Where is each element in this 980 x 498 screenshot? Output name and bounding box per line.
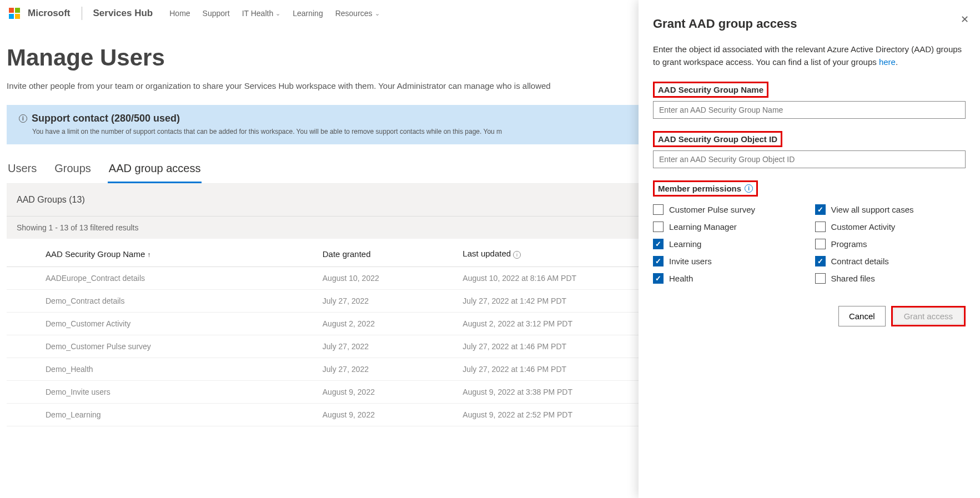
microsoft-logo-icon (9, 8, 20, 19)
cell-name: Demo_Health (7, 358, 317, 381)
grant-access-panel: ✕ Grant AAD group access Enter the objec… (639, 0, 980, 498)
group-id-input[interactable] (653, 150, 966, 168)
info-icon[interactable]: i (513, 251, 521, 259)
close-button[interactable]: ✕ (961, 13, 969, 26)
chevron-down-icon: ⌄ (375, 10, 380, 17)
permission-label: Shared files (831, 274, 875, 283)
permission-label: Invite users (669, 256, 712, 266)
permission-label: Learning Manager (669, 222, 737, 232)
permission-item: Customer Activity (815, 222, 966, 232)
cancel-button[interactable]: Cancel (838, 306, 886, 326)
permission-item: Customer Pulse survey (653, 204, 804, 215)
cell-name: Demo_Learning (7, 404, 317, 426)
permission-label: Programs (831, 239, 867, 249)
permissions-grid: Customer Pulse surveyView all support ca… (653, 204, 966, 284)
product-name: Services Hub (93, 8, 153, 19)
permission-item: Contract details (815, 256, 966, 266)
group-name-input[interactable] (653, 101, 966, 119)
column-header[interactable]: Date granted (317, 239, 458, 267)
brand-text: Microsoft (28, 8, 71, 19)
permission-label: Health (669, 274, 693, 283)
permission-item: Invite users (653, 256, 804, 266)
cell-name: Demo_Customer Activity (7, 313, 317, 335)
cell-name: Demo_Invite users (7, 381, 317, 404)
nav-link[interactable]: Resources⌄ (335, 9, 380, 18)
checkbox[interactable] (653, 273, 664, 284)
close-icon: ✕ (961, 14, 969, 25)
permission-item: View all support cases (815, 204, 966, 215)
cell-date: July 27, 2022 (317, 335, 458, 358)
permission-label: Customer Activity (831, 222, 896, 232)
cell-date: July 27, 2022 (317, 358, 458, 381)
panel-description: Enter the object id associated with the … (653, 43, 966, 68)
permission-item: Shared files (815, 273, 966, 284)
checkbox[interactable] (653, 239, 664, 249)
panel-title: Grant AAD group access (653, 17, 966, 31)
nav-link[interactable]: Support (203, 9, 230, 18)
permission-label: View all support cases (831, 205, 914, 214)
checkbox[interactable] (815, 204, 826, 215)
nav-divider (82, 7, 82, 20)
checkbox[interactable] (815, 273, 826, 284)
permission-item: Learning Manager (653, 222, 804, 232)
cell-name: Demo_Contract details (7, 290, 317, 313)
checkbox[interactable] (653, 204, 664, 215)
checkbox[interactable] (815, 256, 826, 266)
sort-asc-icon: ↑ (147, 251, 150, 259)
column-header[interactable]: AAD Security Group Name↑ (7, 239, 317, 267)
panel-footer: Cancel Grant access (653, 306, 966, 326)
info-icon: i (19, 114, 27, 123)
cell-date: August 9, 2022 (317, 381, 458, 404)
grant-button-highlight: Grant access (891, 306, 966, 326)
info-icon[interactable]: i (745, 184, 753, 193)
group-id-label: AAD Security Group Object ID (653, 131, 782, 147)
checkbox[interactable] (815, 239, 826, 249)
cell-date: August 2, 2022 (317, 313, 458, 335)
permission-item: Programs (815, 239, 966, 249)
permission-label: Learning (669, 239, 701, 249)
tab-aad-group-access[interactable]: AAD group access (108, 158, 202, 183)
cell-name: AADEurope_Contract details (7, 267, 317, 290)
group-name-label: AAD Security Group Name (653, 82, 768, 98)
banner-title-text: Support contact (280/500 used) (32, 113, 180, 124)
permission-item: Health (653, 273, 804, 284)
groups-count: AAD Groups (13) (17, 195, 85, 205)
cell-date: August 9, 2022 (317, 404, 458, 426)
cell-date: July 27, 2022 (317, 290, 458, 313)
checkbox[interactable] (815, 222, 826, 232)
permission-item: Learning (653, 239, 804, 249)
checkbox[interactable] (653, 222, 664, 232)
cell-date: August 10, 2022 (317, 267, 458, 290)
member-permissions-label: Member permissions i (653, 180, 758, 197)
nav-link[interactable]: IT Health⌄ (242, 9, 281, 18)
groups-here-link[interactable]: here (879, 57, 896, 67)
chevron-down-icon: ⌄ (275, 10, 280, 17)
permission-label: Customer Pulse survey (669, 205, 755, 214)
tab-users[interactable]: Users (7, 158, 38, 183)
permission-label: Contract details (831, 256, 889, 266)
nav-link[interactable]: Home (169, 9, 190, 18)
nav-links: HomeSupportIT Health⌄LearningResources⌄ (169, 9, 379, 18)
nav-link[interactable]: Learning (293, 9, 323, 18)
tab-groups[interactable]: Groups (53, 158, 92, 183)
checkbox[interactable] (653, 256, 664, 266)
cell-name: Demo_Customer Pulse survey (7, 335, 317, 358)
grant-access-button[interactable]: Grant access (893, 308, 963, 324)
